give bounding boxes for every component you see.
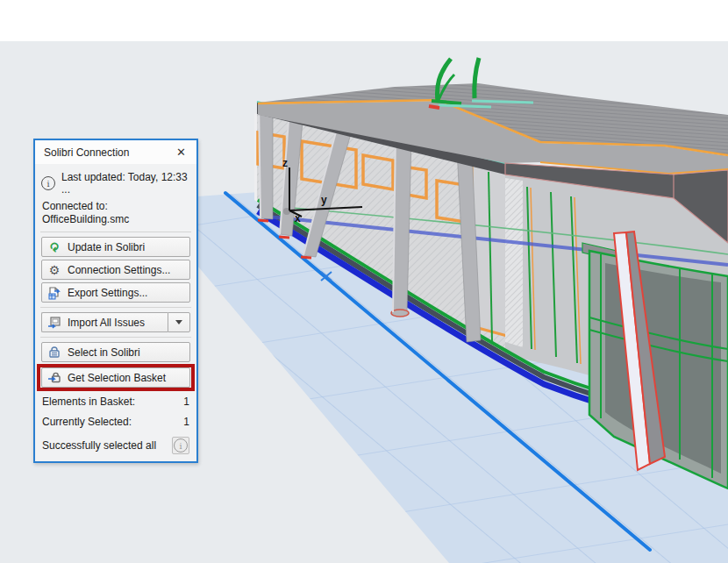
info-icon: i xyxy=(41,176,55,190)
axis-label-x: x xyxy=(295,212,301,224)
connection-settings-label: Connection Settings... xyxy=(68,264,170,276)
elements-in-basket-value: 1 xyxy=(183,396,189,408)
dialog-title: Solibri Connection xyxy=(44,146,129,159)
export-settings-button[interactable]: Export Settings... xyxy=(41,282,190,303)
refresh-icon: ⟳ xyxy=(47,240,61,254)
import-dropdown-button[interactable] xyxy=(168,312,190,332)
status-text: Successfully selected all xyxy=(42,439,156,452)
dialog-titlebar[interactable]: Solibri Connection ✕ xyxy=(35,140,196,164)
currently-selected-label: Currently Selected: xyxy=(42,416,132,428)
rooftop-teal-strip-2 xyxy=(472,101,533,103)
update-in-solibri-button[interactable]: ⟳ Update in Solibri xyxy=(41,237,190,257)
import-all-issues-button[interactable]: Import All Issues xyxy=(41,312,168,332)
close-icon[interactable]: ✕ xyxy=(173,145,189,160)
top-toolbar-strip xyxy=(0,0,728,41)
connected-file-name: OfficeBuilding.smc xyxy=(42,213,190,226)
separator xyxy=(40,307,191,308)
corner-hatch-strip xyxy=(505,178,523,347)
connection-settings-button[interactable]: ⚙ Connection Settings... xyxy=(41,260,190,280)
separator xyxy=(40,232,191,232)
status-row: Successfully selected all i xyxy=(42,437,189,454)
app-root: { "dialog": { "title": "Solibri Connecti… xyxy=(0,0,728,563)
get-selection-basket-button[interactable]: Get Selection Basket xyxy=(41,367,190,388)
currently-selected-row: Currently Selected: 1 xyxy=(42,416,189,428)
highlighted-action: Get Selection Basket xyxy=(38,367,194,388)
update-in-solibri-label: Update in Solibri xyxy=(68,241,145,253)
elements-in-basket-row: Elements in Basket: 1 xyxy=(42,396,189,408)
basket-arrow-icon xyxy=(47,371,61,385)
import-all-issues-label: Import All Issues xyxy=(68,317,145,329)
axis-label-z: z xyxy=(282,157,288,169)
rooftop-teal-strip xyxy=(439,105,491,107)
separator xyxy=(40,337,191,338)
export-icon xyxy=(47,286,61,300)
select-in-solibri-button[interactable]: Select in Solibri xyxy=(41,342,190,362)
chevron-down-icon xyxy=(175,320,182,324)
status-info-button[interactable]: i xyxy=(172,437,189,454)
rooftop-red-mark xyxy=(429,106,439,108)
solibri-connection-dialog: Solibri Connection ✕ i Last updated: Tod… xyxy=(33,139,198,463)
import-all-issues-splitbutton: Import All Issues xyxy=(41,312,190,332)
axis-label-y: y xyxy=(321,194,327,206)
export-settings-label: Export Settings... xyxy=(68,287,147,299)
elements-in-basket-label: Elements in Basket: xyxy=(42,396,135,408)
get-selection-basket-label: Get Selection Basket xyxy=(68,372,166,384)
connected-to-label: Connected to: xyxy=(42,200,190,213)
select-in-solibri-label: Select in Solibri xyxy=(68,346,140,359)
basket-icon xyxy=(47,346,61,360)
currently-selected-value: 1 xyxy=(183,416,189,428)
gear-icon: ⚙ xyxy=(47,263,61,277)
info-icon: i xyxy=(174,438,188,453)
last-updated-text: Last updated: Today, 12:33 ... xyxy=(61,171,190,196)
import-icon xyxy=(47,316,61,330)
